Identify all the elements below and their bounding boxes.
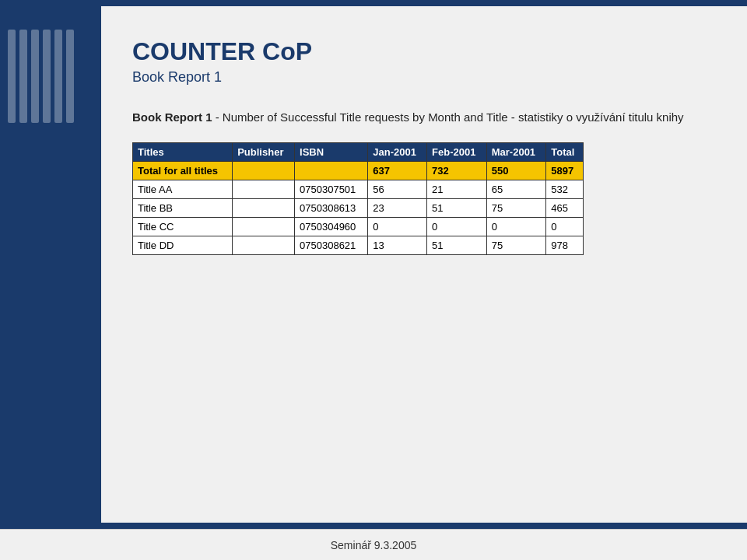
col-publisher: Publisher [233,142,295,161]
row2-publisher [233,217,295,236]
row0-feb: 21 [427,180,487,198]
total-mar: 550 [486,161,546,180]
row1-total: 465 [546,198,584,217]
row2-total: 0 [546,217,584,236]
row0-mar: 65 [486,180,546,198]
table-row: Title DD 0750308621 13 51 75 978 [133,236,584,254]
bottom-bar [0,523,747,529]
table-row: Title BB 0750308613 23 51 75 465 [133,198,584,217]
stripe-6 [66,30,74,123]
col-jan: Jan-2001 [368,142,427,161]
report-table: Titles Publisher ISBN Jan-2001 Feb-2001 … [132,142,584,255]
row0-title: Title AA [133,180,233,198]
content-area: COUNTER CoP Book Report 1 Book Report 1 … [101,6,747,523]
description-bold: Book Report 1 [132,110,212,124]
row3-feb: 51 [427,236,487,254]
row3-total: 978 [546,236,584,254]
row3-jan: 13 [368,236,427,254]
stripe-1 [8,30,16,123]
page-title: COUNTER CoP [132,37,708,66]
main-content: COUNTER CoP Book Report 1 Book Report 1 … [0,6,747,523]
stripe-4 [43,30,51,123]
col-feb: Feb-2001 [427,142,487,161]
row0-total: 532 [546,180,584,198]
table-row: Title AA 0750307501 56 21 65 532 [133,180,584,198]
total-isbn [295,161,368,180]
row3-mar: 75 [486,236,546,254]
row2-jan: 0 [368,217,427,236]
description: Book Report 1 - Number of Successful Tit… [132,109,708,127]
row2-title: Title CC [133,217,233,236]
top-bar [0,0,747,6]
left-sidebar [0,6,101,523]
row0-isbn: 0750307501 [295,180,368,198]
total-jan: 637 [368,161,427,180]
total-row: Total for all titles 637 732 550 5897 [133,161,584,180]
total-feb: 732 [427,161,487,180]
total-publisher [233,161,295,180]
total-label: Total for all titles [133,161,233,180]
row2-mar: 0 [486,217,546,236]
stripe-5 [54,30,62,123]
row1-title: Title BB [133,198,233,217]
row0-publisher [233,180,295,198]
row1-publisher [233,198,295,217]
footer: Seminář 9.3.2005 [0,529,747,560]
footer-text: Seminář 9.3.2005 [331,539,417,551]
stripe-3 [31,30,39,123]
sidebar-stripes [8,30,74,123]
col-isbn: ISBN [295,142,368,161]
description-rest: - Number of Successful Title requests by… [212,110,684,124]
row1-jan: 23 [368,198,427,217]
row1-mar: 75 [486,198,546,217]
total-total: 5897 [546,161,584,180]
row2-isbn: 0750304960 [295,217,368,236]
col-total: Total [546,142,584,161]
page-subtitle: Book Report 1 [132,69,708,86]
stripe-2 [19,30,27,123]
row0-jan: 56 [368,180,427,198]
row3-title: Title DD [133,236,233,254]
row2-feb: 0 [427,217,487,236]
row3-isbn: 0750308621 [295,236,368,254]
table-row: Title CC 0750304960 0 0 0 0 [133,217,584,236]
col-titles: Titles [133,142,233,161]
col-mar: Mar-2001 [486,142,546,161]
row1-isbn: 0750308613 [295,198,368,217]
table-header-row: Titles Publisher ISBN Jan-2001 Feb-2001 … [133,142,584,161]
row3-publisher [233,236,295,254]
row1-feb: 51 [427,198,487,217]
